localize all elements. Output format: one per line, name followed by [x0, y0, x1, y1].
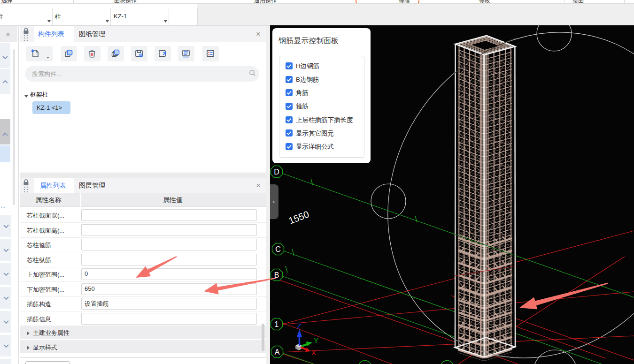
- svg-text:A: A: [275, 348, 280, 356]
- svg-text:D: D: [274, 168, 279, 176]
- svg-text:Y: Y: [314, 336, 318, 344]
- svg-text:1550: 1550: [287, 209, 310, 226]
- svg-text:C: C: [275, 245, 281, 253]
- svg-text:Z: Z: [297, 322, 301, 330]
- svg-text:1: 1: [275, 320, 279, 328]
- svg-text:X: X: [311, 349, 316, 356]
- svg-text:<: <: [272, 199, 275, 205]
- svg-text:B: B: [274, 271, 279, 279]
